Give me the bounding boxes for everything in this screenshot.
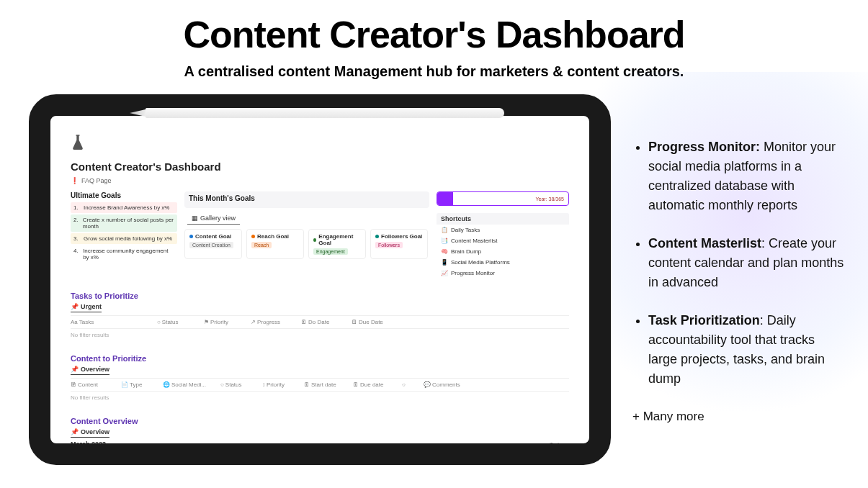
- goal-card-engagement[interactable]: Engagement Goal Engagement: [308, 229, 366, 259]
- col-comments[interactable]: 💬 Comments: [424, 381, 467, 388]
- col-duedate[interactable]: 🗓 Due date: [353, 381, 395, 388]
- shortcut-label: Brain Dump: [451, 248, 481, 255]
- shortcut-label: Daily Tasks: [451, 227, 480, 233]
- tablet-device: Content Creator's Dashboard ❗ FAQ Page U…: [29, 94, 611, 465]
- goal-item[interactable]: 3. Grow social media following by x%: [71, 233, 177, 244]
- col-type[interactable]: 📄 Type: [121, 381, 156, 388]
- faq-label: FAQ Page: [81, 177, 112, 184]
- goal-text: Increase community engagement by x%: [83, 248, 174, 261]
- shortcut-label: Progress Monitor: [451, 270, 495, 276]
- year-progress-bar: Year: 38/365: [437, 191, 569, 206]
- shortcut-icon: 📈: [441, 270, 448, 276]
- feature-item: Content Masterlist: Create your content …: [648, 234, 845, 292]
- col-dodate[interactable]: 🗓 Do Date: [301, 319, 344, 325]
- day-header: Sun: [71, 451, 142, 457]
- exclamation-icon: ❗: [71, 177, 79, 184]
- col-priority[interactable]: ↕ Priority: [262, 381, 297, 388]
- gallery-view-tab[interactable]: ▦ Gallery view: [187, 212, 240, 225]
- goal-text: Create x number of social posts per mont…: [83, 217, 174, 230]
- apple-pencil: [130, 107, 504, 119]
- goal-card-reach[interactable]: Reach Goal Reach: [246, 229, 304, 259]
- calendar-date[interactable]: 2: [355, 458, 426, 465]
- shortcut-icon: 🧠: [441, 248, 448, 255]
- today-button[interactable]: Today: [550, 441, 565, 448]
- prev-month-button[interactable]: ‹: [545, 441, 547, 448]
- pin-icon: 📌: [71, 366, 79, 373]
- view-label: Overview: [81, 366, 109, 373]
- flask-icon: [71, 133, 569, 153]
- day-header: Sat: [498, 451, 569, 457]
- col-status[interactable]: ○ Status: [157, 319, 197, 325]
- overview-title: Content Overview: [71, 417, 569, 425]
- goal-card-content[interactable]: Content Goal Content Creation: [184, 229, 242, 259]
- day-header: Thu: [355, 451, 426, 457]
- progress-label: Year: 38/365: [536, 196, 564, 202]
- col-blank[interactable]: ○: [402, 381, 416, 388]
- view-label: Overview: [81, 428, 109, 435]
- grid-icon: ▦: [192, 214, 198, 222]
- goal-num: 1.: [73, 204, 79, 211]
- progress-fill: [437, 192, 453, 205]
- col-duedate[interactable]: 🗓 Due Date: [352, 319, 395, 325]
- goal-item[interactable]: 4. Increase community engagement by x%: [71, 245, 177, 263]
- calendar-date-today[interactable]: 28: [213, 458, 285, 465]
- goal-num: 3.: [73, 235, 79, 242]
- content-view-tab[interactable]: 📌 Overview: [71, 366, 109, 375]
- col-startdate[interactable]: 🗓 Start date: [304, 381, 346, 388]
- urgent-view-tab[interactable]: 📌 Urgent: [71, 303, 102, 312]
- card-tag: Followers: [375, 242, 403, 248]
- content-title: Content to Prioritize: [71, 354, 569, 363]
- col-priority[interactable]: ⚑ Priority: [204, 319, 243, 325]
- calendar-date[interactable]: Mar 1: [285, 458, 356, 465]
- hero: Content Creator's Dashboard A centralise…: [0, 0, 868, 80]
- feature-item: Task Prioritization: Daily accountabilit…: [648, 311, 845, 389]
- goal-text: Grow social media following by x%: [84, 235, 172, 242]
- shortcut-label: Social Media Platforms: [451, 259, 510, 266]
- dot-icon: [251, 235, 255, 238]
- month-goals-heading: This Month's Goals: [184, 194, 429, 202]
- shortcut-icon: 📑: [441, 238, 448, 244]
- ultimate-goals-heading: Ultimate Goals: [71, 191, 177, 199]
- day-header: Mon: [142, 451, 213, 457]
- page-title: Content Creator's Dashboard: [0, 13, 868, 56]
- shortcut-brain-dump[interactable]: 🧠Brain Dump: [437, 246, 569, 257]
- features-panel: Progress Monitor: Monitor your social me…: [611, 94, 867, 465]
- faq-link[interactable]: ❗ FAQ Page: [71, 177, 569, 184]
- shortcut-daily-tasks[interactable]: 📋Daily Tasks: [437, 225, 569, 235]
- shortcut-label: Content Masterlist: [451, 238, 497, 244]
- shortcut-icon: 📋: [441, 227, 448, 233]
- dot-icon: [313, 238, 316, 242]
- many-more: + Many more: [632, 407, 845, 426]
- calendar-date[interactable]: 26: [71, 458, 142, 465]
- goal-num: 2.: [73, 217, 79, 230]
- content-section: Content to Prioritize 📌 Overview 🖹 Conte…: [71, 354, 569, 404]
- goal-item[interactable]: 2. Create x number of social posts per m…: [71, 214, 177, 232]
- card-tag: Reach: [251, 242, 272, 248]
- col-tasks[interactable]: Aa Tasks: [71, 319, 150, 325]
- shortcut-progress-monitor[interactable]: 📈Progress Monitor: [437, 268, 569, 279]
- card-title: Content Goal: [195, 233, 231, 240]
- col-progress[interactable]: ↗ Progress: [251, 319, 294, 325]
- tasks-table-header: Aa Tasks ○ Status ⚑ Priority ↗ Progress …: [71, 315, 569, 329]
- calendar-date[interactable]: 4: [498, 458, 569, 465]
- col-social[interactable]: 🌐 Social Medi...: [163, 381, 213, 388]
- shortcut-content-masterlist[interactable]: 📑Content Masterlist: [437, 235, 569, 246]
- calendar-date[interactable]: 27: [142, 458, 213, 465]
- day-header: Wed: [285, 451, 356, 457]
- day-header: Fri: [426, 451, 498, 457]
- goal-item[interactable]: 1. Increase Brand Awareness by x%: [71, 202, 177, 213]
- col-status[interactable]: ○ Status: [220, 381, 255, 388]
- calendar-date[interactable]: 3: [426, 458, 498, 465]
- feature-item: Progress Monitor: Monitor your social me…: [648, 137, 845, 215]
- card-title: Reach Goal: [257, 233, 289, 240]
- col-content[interactable]: 🖹 Content: [71, 381, 114, 388]
- shortcut-social-media[interactable]: 📱Social Media Platforms: [437, 257, 569, 268]
- view-label: Gallery view: [200, 214, 236, 222]
- app-screen: Content Creator's Dashboard ❗ FAQ Page U…: [50, 116, 589, 465]
- next-month-button[interactable]: ›: [567, 441, 569, 448]
- app-title: Content Creator's Dashboard: [71, 161, 569, 173]
- goal-card-followers[interactable]: Followers Goal Followers: [370, 229, 428, 259]
- overview-view-tab[interactable]: 📌 Overview: [71, 428, 109, 438]
- pin-icon: 📌: [71, 428, 79, 435]
- calendar-month: March 2023: [71, 440, 106, 448]
